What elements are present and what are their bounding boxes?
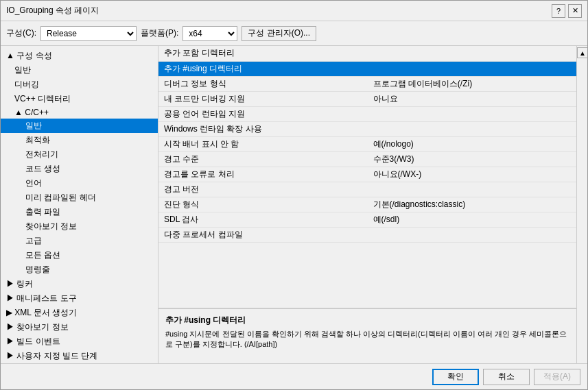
table-row[interactable]: 추가 #using 디렉터리 [158,61,576,76]
properties-grid: 추가 포함 디렉터리추가 #using 디렉터리디버그 정보 형식프로그램 데이… [158,46,576,243]
table-row[interactable]: 시작 배너 표시 안 함예(/nologo) [158,136,576,151]
prop-value: 아니요 [368,91,577,106]
sidebar-item-debug[interactable]: 디버깅 [1,77,158,92]
prop-value [368,121,577,136]
ok-button[interactable]: 확인 [432,369,479,385]
sidebar-item-codegen[interactable]: 코드 생성 [1,162,158,176]
prop-value: 예(/nologo) [368,136,577,151]
content-area: 추가 포함 디렉터리추가 #using 디렉터리디버그 정보 형식프로그램 데이… [158,46,576,363]
prop-name: 진단 형식 [158,197,368,212]
sidebar-item-build-events[interactable]: ▶ 빌드 이벤트 [1,334,158,349]
prop-name: 경고 버전 [158,182,368,197]
table-row[interactable]: 진단 형식기본(/diagnostics:classic) [158,197,576,212]
help-button[interactable]: ? [552,4,565,18]
prop-name: 시작 배너 표시 안 함 [158,136,368,151]
sidebar-item-browse[interactable]: 찾아보기 정보 [1,219,158,234]
table-row[interactable]: 디버그 정보 형식프로그램 데이터베이스(/Zi) [158,76,576,91]
prop-name: 경고를 오류로 처리 [158,167,368,182]
description-title: 추가 #using 디렉터리 [165,315,569,326]
platform-label: 플랫폼(P): [141,27,178,39]
main-area: ▲ 구성 속성일반디버깅VC++ 디렉터리▲ C/C++일반최적화전처리기코드 … [1,46,587,363]
sidebar-item-cpp-general[interactable]: 일반 [1,119,158,133]
sidebar-item-linker[interactable]: ▶ 링커 [1,277,158,291]
dialog-title: IO_Grouping 속성 페이지 [6,5,99,16]
sidebar-item-xmldoc[interactable]: ▶ XML 문서 생성기 [1,306,158,320]
sidebar-item-config-props[interactable]: ▲ 구성 속성 [1,49,158,63]
sidebar-item-language[interactable]: 언어 [1,176,158,191]
platform-select[interactable]: x64 [183,26,237,41]
config-manager-button[interactable]: 구성 관리자(O)... [242,26,316,41]
prop-value: 프로그램 데이터베이스(/Zi) [368,76,577,91]
config-label: 구성(C): [6,27,36,39]
table-row[interactable]: 내 코드만 디버깅 지원아니요 [158,91,576,106]
prop-value: 예(/sdl) [368,212,577,227]
sidebar-item-general[interactable]: 일반 [1,63,158,77]
prop-name: 추가 포함 디렉터리 [158,46,368,61]
prop-name: 공용 언어 런타임 지원 [158,106,368,121]
sidebar-item-all-options[interactable]: 모든 옵션 [1,248,158,263]
sidebar-item-vc-dirs[interactable]: VC++ 디렉터리 [1,92,158,106]
prop-name: 경고 수준 [158,151,368,167]
config-select[interactable]: Release [40,26,137,41]
table-row[interactable]: SDL 검사예(/sdl) [158,212,576,227]
prop-name: 디버그 정보 형식 [158,76,368,91]
table-row[interactable]: 다중 프로세서 컴파일 [158,227,576,242]
prop-value: 아니요(/WX-) [368,167,577,182]
table-row[interactable]: 공용 언어 런타임 지원 [158,106,576,121]
sidebar-item-preprocessor[interactable]: 전처리기 [1,147,158,162]
prop-value: 수준3(/W3) [368,151,577,167]
title-bar: IO_Grouping 속성 페이지 ? ✕ [1,1,587,21]
prop-name: 추가 #using 디렉터리 [158,61,368,76]
sidebar-item-cpp[interactable]: ▲ C/C++ [1,106,158,119]
prop-value: 기본(/diagnostics:classic) [368,197,577,212]
prop-value [368,106,577,121]
prop-value [368,182,577,197]
prop-name: 내 코드만 디버깅 지원 [158,91,368,106]
cancel-button[interactable]: 취소 [483,369,530,385]
sidebar-item-pch[interactable]: 미리 컴파일된 헤더 [1,191,158,205]
properties-table: 추가 포함 디렉터리추가 #using 디렉터리디버그 정보 형식프로그램 데이… [158,46,576,308]
prop-name: 다중 프로세서 컴파일 [158,227,368,242]
prop-name: SDL 검사 [158,212,368,227]
scroll-up-button[interactable]: ▲ [577,47,587,58]
title-bar-buttons: ? ✕ [552,4,582,18]
table-row[interactable]: Windows 런타임 확장 사용 [158,121,576,136]
toolbar: 구성(C): Release 플랫폼(P): x64 구성 관리자(O)... [1,21,587,46]
sidebar-item-optimization[interactable]: 최적화 [1,133,158,147]
description-text: #using 지시문에 전달된 이름을 확인하기 위해 검색할 하나 이상의 디… [165,329,569,350]
sidebar-item-cmdline[interactable]: 명령줄 [1,263,158,277]
table-row[interactable]: 경고 수준수준3(/W3) [158,151,576,167]
sidebar-item-custom-build[interactable]: ▶ 사용자 지정 빌드 단계 [1,349,158,363]
dialog: IO_Grouping 속성 페이지 ? ✕ 구성(C): Release 플랫… [0,0,588,390]
sidebar-item-manifest[interactable]: ▶ 매니페스트 도구 [1,291,158,306]
sidebar-item-advanced[interactable]: 고급 [1,234,158,248]
table-row[interactable]: 경고 버전 [158,182,576,197]
sidebar: ▲ 구성 속성일반디버깅VC++ 디렉터리▲ C/C++일반최적화전처리기코드 … [1,46,158,363]
prop-value [368,61,577,76]
table-row[interactable]: 추가 포함 디렉터리 [158,46,576,61]
prop-value [368,227,577,242]
description-area: 추가 #using 디렉터리 #using 지시문에 전달된 이름을 확인하기 … [158,308,576,363]
prop-name: Windows 런타임 확장 사용 [158,121,368,136]
footer: 확인 취소 적용(A) [1,363,587,389]
sidebar-item-browse2[interactable]: ▶ 찾아보기 정보 [1,320,158,334]
apply-button[interactable]: 적용(A) [534,369,580,385]
prop-value [368,46,577,61]
sidebar-item-output[interactable]: 출력 파일 [1,205,158,219]
close-button[interactable]: ✕ [568,4,582,18]
table-row[interactable]: 경고를 오류로 처리아니요(/WX-) [158,167,576,182]
